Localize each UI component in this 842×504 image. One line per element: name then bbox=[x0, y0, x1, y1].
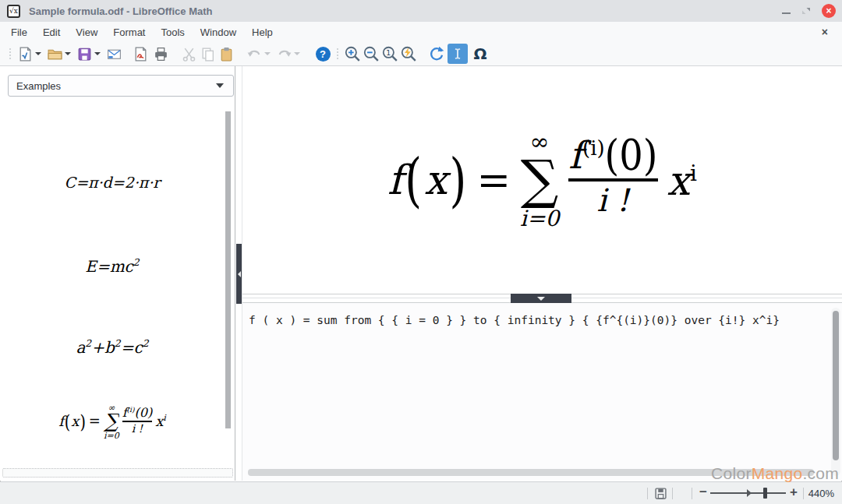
sidebar-horizontal-scrollbar[interactable] bbox=[2, 468, 233, 478]
main-content: Examples C=π·d=2·π·r E=mc2 a2+b2=c2 f(x)… bbox=[0, 66, 842, 481]
redo-icon bbox=[276, 46, 292, 62]
taylor-series-formula: f(x)= ∞ ∑ i=0 f(i)(0) i ! xi bbox=[387, 130, 697, 231]
fraction: f(i)(0) i ! bbox=[568, 136, 657, 219]
category-dropdown[interactable]: Examples bbox=[8, 75, 234, 97]
vertical-splitter-handle[interactable] bbox=[236, 244, 242, 304]
open-button[interactable] bbox=[45, 44, 64, 64]
undo-dropdown-icon bbox=[264, 52, 271, 55]
export-pdf-icon bbox=[133, 46, 149, 62]
zoom-100-button[interactable]: 1 bbox=[380, 44, 399, 64]
print-icon bbox=[153, 46, 169, 62]
menu-file[interactable]: File bbox=[3, 23, 35, 41]
power-term: xi bbox=[667, 160, 697, 201]
menubar: File Edit View Format Tools Window Help … bbox=[0, 22, 842, 42]
undo-button bbox=[245, 44, 264, 64]
commands-vertical-scrollbar[interactable] bbox=[833, 311, 839, 460]
chevron-down-icon bbox=[537, 297, 545, 301]
elements-panel: Examples C=π·d=2·π·r E=mc2 a2+b2=c2 f(x)… bbox=[0, 66, 235, 481]
open-folder-icon bbox=[47, 46, 63, 62]
menu-window[interactable]: Window bbox=[193, 23, 244, 41]
help-icon: ? bbox=[316, 47, 331, 62]
formula-cursor-button[interactable] bbox=[448, 44, 468, 64]
menu-tools[interactable]: Tools bbox=[153, 23, 192, 41]
sidebar-scrollbar[interactable] bbox=[225, 111, 231, 428]
minimize-icon[interactable] bbox=[782, 12, 791, 14]
toolbar-grip-icon[interactable] bbox=[9, 48, 11, 59]
update-refresh-icon bbox=[428, 45, 445, 62]
zoom-all-icon bbox=[400, 45, 417, 62]
formula-source-text[interactable]: f ( x ) = sum from { { i = 0 } } to { in… bbox=[249, 314, 826, 326]
zoom-slider-thumb[interactable] bbox=[763, 488, 767, 499]
colormango-watermark: ColorMango.com bbox=[711, 464, 839, 483]
close-icon[interactable]: × bbox=[822, 4, 836, 18]
toolbar-grip-icon-2[interactable] bbox=[337, 48, 338, 59]
sum-lower-limit: i=0 bbox=[520, 208, 559, 230]
save-icon bbox=[76, 46, 93, 62]
new-formula-icon bbox=[17, 46, 34, 62]
menu-edit[interactable]: Edit bbox=[35, 23, 68, 41]
libreoffice-math-app-icon: √x bbox=[7, 5, 20, 18]
category-dropdown-value: Examples bbox=[16, 80, 61, 92]
redo-dropdown-icon bbox=[294, 52, 300, 55]
zoom-out-button[interactable]: − bbox=[699, 485, 707, 500]
open-dropdown-icon[interactable] bbox=[65, 52, 71, 55]
omega-symbols-icon: Ω bbox=[473, 44, 486, 63]
save-status-icon bbox=[655, 488, 667, 499]
sum-with-limits: ∞ ∑ i=0 bbox=[520, 130, 559, 231]
statusbar: − + 440% bbox=[0, 481, 842, 504]
zoom-in-icon bbox=[344, 45, 361, 62]
example-pythagorean[interactable]: a2+b2=c2 bbox=[0, 337, 225, 357]
horizontal-splitter-handle[interactable] bbox=[511, 294, 571, 303]
application-window: √x Sample formula.odf - LibreOffice Math… bbox=[0, 0, 842, 504]
new-document-dropdown-icon[interactable] bbox=[35, 52, 41, 55]
formula-cursor-icon bbox=[451, 47, 465, 61]
close-document-icon[interactable]: × bbox=[817, 24, 833, 40]
example-circumference[interactable]: C=π·d=2·π·r bbox=[0, 174, 225, 191]
menu-help[interactable]: Help bbox=[244, 23, 281, 41]
fraction-numerator: f(i)(0) bbox=[568, 136, 657, 174]
zoom-level[interactable]: 440% bbox=[808, 488, 834, 499]
examples-list: C=π·d=2·π·r E=mc2 a2+b2=c2 f(x)= ∞ bbox=[0, 104, 235, 478]
paste-button[interactable] bbox=[217, 44, 235, 64]
window-controls: × bbox=[782, 0, 836, 22]
update-button[interactable] bbox=[427, 44, 446, 64]
zoom-in-button[interactable] bbox=[343, 44, 362, 64]
save-button[interactable] bbox=[75, 44, 94, 64]
zoom-in-button[interactable]: + bbox=[790, 485, 798, 500]
horizontal-splitter[interactable] bbox=[242, 294, 842, 303]
sum-with-limits: ∞ ∑ i=0 bbox=[104, 404, 119, 440]
commands-editor[interactable]: f ( x ) = sum from { { i = 0 } } to { in… bbox=[242, 303, 842, 481]
titlebar: √x Sample formula.odf - LibreOffice Math… bbox=[0, 0, 842, 22]
fraction-denominator: i ! bbox=[597, 185, 630, 219]
menu-format[interactable]: Format bbox=[105, 23, 153, 41]
zoom-out-button[interactable] bbox=[362, 44, 380, 64]
cut-button bbox=[179, 44, 198, 64]
menu-view[interactable]: View bbox=[68, 23, 105, 41]
email-document-button[interactable] bbox=[104, 44, 123, 64]
symbols-button[interactable]: Ω bbox=[471, 44, 490, 64]
copy-icon bbox=[200, 46, 216, 62]
document-modified-indicator bbox=[655, 488, 667, 502]
svg-text:1: 1 bbox=[386, 48, 391, 57]
chevron-down-icon bbox=[216, 83, 224, 88]
standard-toolbar: ? 1 bbox=[0, 42, 842, 66]
restore-icon[interactable] bbox=[801, 6, 811, 16]
formula-preview-pane[interactable]: f(x)= ∞ ∑ i=0 f(i)(0) i ! xi bbox=[242, 66, 842, 294]
export-pdf-button[interactable] bbox=[131, 44, 150, 64]
new-document-button[interactable] bbox=[16, 44, 34, 64]
save-dropdown-icon[interactable] bbox=[94, 52, 101, 55]
cut-icon bbox=[181, 46, 197, 62]
show-all-button[interactable] bbox=[399, 44, 418, 64]
fraction: f(i)(0) i ! bbox=[122, 407, 153, 435]
example-mass-energy[interactable]: E=mc2 bbox=[0, 256, 225, 276]
zoom-out-icon bbox=[363, 45, 380, 62]
example-taylor-series[interactable]: f(x)= ∞ ∑ i=0 f(i)(0) i ! xi bbox=[0, 404, 225, 440]
zoom-100-icon: 1 bbox=[381, 45, 398, 62]
undo-icon bbox=[246, 46, 263, 62]
help-button[interactable]: ? bbox=[313, 44, 332, 64]
copy-button bbox=[198, 44, 217, 64]
print-button[interactable] bbox=[151, 44, 170, 64]
email-document-icon bbox=[106, 46, 122, 62]
sum-symbol: ∑ bbox=[521, 155, 559, 206]
zoom-default-marker bbox=[747, 489, 752, 497]
